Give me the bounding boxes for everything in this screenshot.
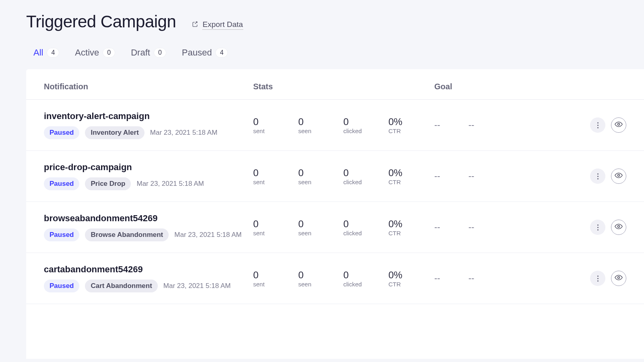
stat-label: CTR [388, 179, 433, 185]
row-actions [551, 169, 626, 184]
goal-value-a: -- [434, 222, 440, 232]
stat-label: clicked [343, 230, 388, 237]
stat-sent: 0sent [253, 218, 298, 237]
export-icon [192, 21, 198, 29]
stat-value: 0% [388, 269, 433, 281]
stat-label: CTR [388, 128, 433, 134]
tab-all[interactable]: All4 [33, 47, 59, 58]
tab-label: Paused [182, 47, 212, 58]
svg-point-3 [618, 277, 620, 279]
stat-seen: 0seen [298, 167, 343, 185]
stat-seen: 0seen [298, 218, 343, 237]
status-badge: Paused [44, 126, 79, 139]
preview-button[interactable] [611, 117, 626, 133]
tab-label: All [33, 47, 43, 58]
timestamp: Mar 23, 2021 5:18 AM [174, 231, 242, 239]
status-badge: Paused [44, 228, 79, 241]
stat-value: 0 [343, 167, 388, 179]
export-data-label: Export Data [202, 20, 243, 30]
stat-value: 0% [388, 116, 433, 128]
more-vertical-icon [597, 224, 599, 230]
row-menu-button[interactable] [590, 271, 605, 286]
stat-label: sent [253, 281, 298, 288]
stat-value: 0 [343, 116, 388, 128]
column-stats: Stats [253, 82, 434, 91]
stat-clicked: 0clicked [343, 167, 388, 185]
preview-button[interactable] [611, 220, 626, 235]
stat-sent: 0sent [253, 167, 298, 185]
tab-paused[interactable]: Paused4 [182, 47, 228, 58]
stat-seen: 0seen [298, 116, 343, 134]
row-menu-button[interactable] [590, 117, 605, 133]
goal-value-a: -- [434, 273, 440, 284]
row-menu-button[interactable] [590, 169, 605, 184]
campaign-name[interactable]: browseabandonment54269 [44, 213, 253, 224]
stat-label: clicked [343, 281, 388, 288]
stat-value: 0% [388, 167, 433, 179]
type-badge: Inventory Alert [85, 126, 144, 139]
stat-label: clicked [343, 179, 388, 185]
stat-label: sent [253, 128, 298, 134]
svg-point-0 [618, 123, 620, 125]
tab-count: 0 [103, 48, 115, 57]
timestamp: Mar 23, 2021 5:18 AM [150, 129, 217, 137]
goal-cell: ---- [434, 222, 551, 232]
tab-draft[interactable]: Draft0 [131, 47, 166, 58]
type-badge: Cart Abandonment [85, 280, 157, 292]
stat-label: clicked [343, 128, 388, 134]
campaign-name[interactable]: inventory-alert-campaign [44, 111, 253, 121]
goal-value-b: -- [469, 171, 475, 181]
eye-icon [615, 171, 623, 181]
goal-value-a: -- [434, 171, 440, 181]
stat-label: sent [253, 179, 298, 185]
more-vertical-icon [597, 276, 599, 282]
stat-value: 0 [298, 116, 343, 128]
stats-cell: 0sent0seen0clicked0%CTR [253, 167, 434, 185]
stat-label: sent [253, 230, 298, 237]
eye-icon [615, 120, 623, 130]
campaign-panel: Notification Stats Goal inventory-alert-… [26, 69, 644, 359]
stat-value: 0 [253, 116, 298, 128]
stat-ctr: 0%CTR [388, 218, 433, 237]
notification-cell: cartabandonment54269PausedCart Abandonme… [44, 264, 253, 292]
table-row: inventory-alert-campaignPausedInventory … [26, 100, 644, 151]
page-title: Triggered Campaign [26, 12, 176, 31]
preview-button[interactable] [611, 169, 626, 184]
goal-cell: ---- [434, 171, 551, 181]
eye-icon [615, 274, 623, 283]
row-actions [551, 271, 626, 286]
tab-count: 4 [216, 48, 227, 57]
more-vertical-icon [597, 122, 599, 128]
goal-cell: ---- [434, 120, 551, 130]
stat-ctr: 0%CTR [388, 269, 433, 288]
stat-value: 0 [253, 167, 298, 179]
campaign-name[interactable]: price-drop-campaign [44, 162, 253, 173]
tab-active[interactable]: Active0 [75, 47, 115, 58]
stat-label: seen [298, 128, 343, 134]
goal-cell: ---- [434, 273, 551, 284]
tab-label: Active [75, 47, 99, 58]
row-actions [551, 117, 626, 133]
type-badge: Browse Abandonment [85, 228, 169, 241]
stat-clicked: 0clicked [343, 269, 388, 288]
tab-count: 4 [47, 48, 59, 57]
stat-label: seen [298, 230, 343, 237]
stat-ctr: 0%CTR [388, 167, 433, 185]
stat-value: 0 [253, 269, 298, 281]
timestamp: Mar 23, 2021 5:18 AM [163, 282, 231, 290]
row-menu-button[interactable] [590, 220, 605, 235]
notification-cell: price-drop-campaignPausedPrice DropMar 2… [44, 162, 253, 190]
campaign-name[interactable]: cartabandonment54269 [44, 264, 253, 275]
column-notification: Notification [44, 82, 253, 91]
stat-clicked: 0clicked [343, 218, 388, 237]
goal-value-a: -- [434, 120, 440, 130]
export-data-link[interactable]: Export Data [192, 20, 243, 30]
preview-button[interactable] [611, 271, 626, 286]
status-badge: Paused [44, 280, 79, 292]
stat-sent: 0sent [253, 116, 298, 134]
stats-cell: 0sent0seen0clicked0%CTR [253, 218, 434, 237]
stat-sent: 0sent [253, 269, 298, 288]
stat-label: CTR [388, 281, 433, 288]
stat-value: 0% [388, 218, 433, 230]
stat-seen: 0seen [298, 269, 343, 288]
